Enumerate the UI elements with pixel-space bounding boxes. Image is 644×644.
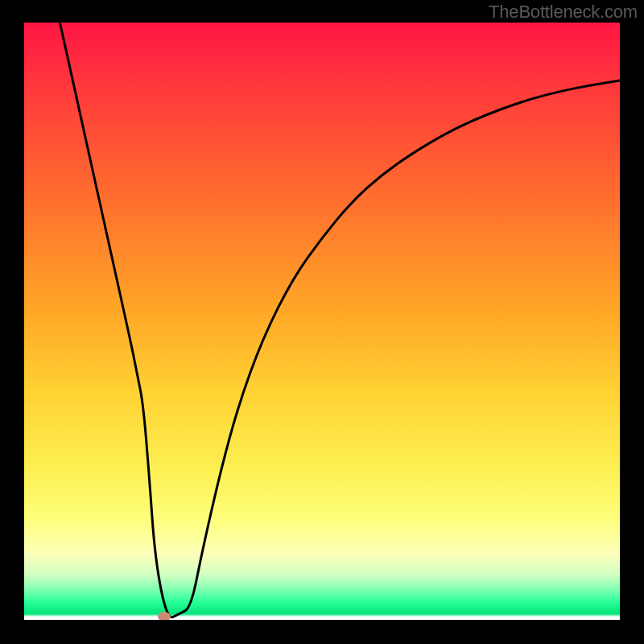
chart-frame: TheBottleneck.com	[0, 0, 644, 644]
ideal-point-marker	[158, 612, 171, 620]
plot-area	[24, 23, 620, 620]
bottleneck-curve-path	[60, 23, 620, 617]
watermark-text: TheBottleneck.com	[489, 2, 638, 23]
curve-svg	[24, 23, 620, 620]
